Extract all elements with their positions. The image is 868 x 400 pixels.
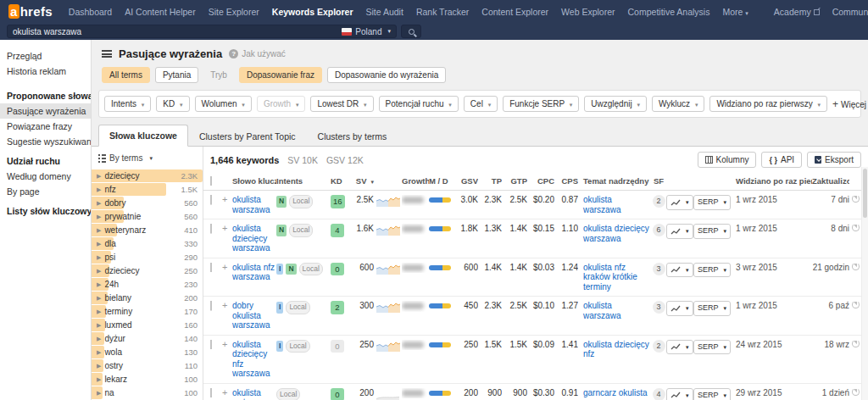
refresh-icon[interactable] [852,195,860,203]
serp-button[interactable]: SERP ▾ [693,301,731,316]
serp-button[interactable]: SERP ▾ [693,388,731,400]
row-checkbox[interactable] [210,263,212,273]
refresh-icon[interactable] [852,388,860,396]
filter-uwzględnij[interactable]: Uwzględnij ▾ [584,96,647,112]
sidebar-item-powiązane-frazy[interactable]: Powiązane frazy [0,119,91,134]
nav-item-site-audit[interactable]: Site Audit [366,7,403,17]
row-checkbox[interactable] [210,388,212,398]
export-button[interactable]: Eksport [807,152,861,168]
term-row-bielany[interactable]: ▶bielany200 [92,292,203,304]
term-row-dyżur[interactable]: ▶dyżur140 [92,332,203,345]
filter-lowest-dr[interactable]: Lowest DR ▾ [310,96,373,112]
mode-tab-dopasowanie-do-wyrażenia[interactable]: Dopasowanie do wyrażenia [327,67,446,83]
sidebar-item-sugestie-wyszukiwania[interactable]: Sugestie wyszukiwania [0,134,91,149]
search-input[interactable] [13,27,342,36]
add-to-list-button[interactable]: + [222,263,232,273]
expand-caret-icon[interactable]: ▶ [97,186,101,193]
serp-button[interactable]: SERP ▾ [693,340,731,355]
expand-caret-icon[interactable]: ▶ [97,336,101,342]
filter-cel[interactable]: Cel ▾ [464,96,498,112]
expand-caret-icon[interactable]: ▶ [97,349,101,356]
expand-caret-icon[interactable]: ▶ [97,295,101,302]
columns-button[interactable]: Kolumny [698,152,757,168]
term-row-dla[interactable]: ▶dla330 [92,237,203,250]
term-row-lekarz[interactable]: ▶lekarz100 [92,373,203,386]
mode-tab-dopasowanie-fraz[interactable]: Dopasowanie fraz [239,67,322,83]
term-row-psi[interactable]: ▶psi290 [92,251,203,264]
term-row-dziecięcy[interactable]: ▶dziecięcy2.3K [92,169,203,182]
expand-caret-icon[interactable]: ▶ [97,200,101,207]
position-history-button[interactable]: ▾ [666,263,693,278]
parent-topic-link[interactable]: okulista warszawa [583,301,620,320]
keyword-link[interactable]: okulista weterynarz warszawa [232,388,274,400]
filter-intents[interactable]: Intents ▾ [104,96,151,112]
term-row-ostry[interactable]: ▶ostry110 [92,359,203,372]
add-to-list-button[interactable]: + [222,388,232,398]
term-row-24h[interactable]: ▶24h230 [92,278,203,291]
how-to-use-link[interactable]: ? Jak używać [229,49,286,58]
term-row-dzieciecy[interactable]: ▶dzieciecy250 [92,264,203,277]
refresh-icon[interactable] [852,301,860,308]
add-to-list-button[interactable]: + [222,224,232,234]
nav-item-site-explorer[interactable]: Site Explorer [209,7,259,17]
keyword-link[interactable]: dobry okulista warszawa [232,301,270,330]
term-row-dobry[interactable]: ▶dobry560 [92,197,203,209]
vertical-scrollbar[interactable] [861,167,868,400]
more-filters-button[interactable]: +Więcej filtrów [832,98,868,110]
filter-kd[interactable]: KD ▾ [156,96,189,112]
expand-caret-icon[interactable]: ▶ [97,227,101,234]
expand-caret-icon[interactable]: ▶ [97,241,101,247]
refresh-icon[interactable] [852,340,860,347]
expand-caret-icon[interactable]: ▶ [97,363,101,369]
term-row-wola[interactable]: ▶wola130 [92,346,203,358]
refresh-icon[interactable] [852,224,860,231]
parent-topic-link[interactable]: okulista nfz kraków krótkie terminy [583,263,637,292]
search-button[interactable] [401,25,421,38]
position-history-button[interactable]: ▾ [666,224,693,239]
term-row-na[interactable]: ▶na100 [92,386,203,399]
expand-caret-icon[interactable]: ▶ [97,268,101,275]
expand-caret-icon[interactable]: ▶ [97,173,101,180]
nav-item-web-explorer[interactable]: Web Explorer [561,7,615,17]
mode-tab-all-terms[interactable]: All terms [102,67,150,83]
sidebar-item-przegląd[interactable]: Przegląd [0,48,91,64]
sidebar-item-według-domeny[interactable]: Według domeny [0,169,91,184]
nav-item-ai-content-helper[interactable]: AI Content Helper [125,7,195,17]
serp-button[interactable]: SERP ▾ [693,263,731,278]
nav-item-more[interactable]: More▾ [722,7,748,17]
nav-item-community[interactable]: Community [832,7,868,17]
term-row-terminy[interactable]: ▶terminy170 [92,305,203,318]
keyword-link[interactable]: okulista warszawa [232,195,270,214]
sort-caret-icon[interactable]: ▾ [370,179,374,185]
position-history-button[interactable]: ▾ [666,301,693,316]
serp-button[interactable]: SERP ▾ [693,224,731,239]
expand-caret-icon[interactable]: ▶ [97,308,101,315]
parent-topic-link[interactable]: okulista dziecięcy nfz [583,340,649,359]
api-button[interactable]: { }API [761,152,802,168]
expand-caret-icon[interactable]: ▶ [97,214,101,220]
expand-caret-icon[interactable]: ▶ [97,390,101,397]
position-history-button[interactable]: ▾ [666,195,693,210]
nav-item-competitive-analysis[interactable]: Competitive Analysis [628,7,710,17]
tab-clusters-by-parent-topic[interactable]: Clusters by Parent Topic [188,125,307,147]
refresh-icon[interactable] [852,263,860,270]
sidebar-item-pasujące-wyrażenia[interactable]: Pasujące wyrażenia [0,103,91,119]
term-row-nfz[interactable]: ▶nfz1.5K [92,183,203,196]
serp-button[interactable]: SERP ▾ [693,195,731,210]
ahrefs-logo[interactable]: ahrefs [8,4,53,19]
country-selector[interactable]: Poland ▾ [342,27,391,36]
mode-tab-pytania[interactable]: Pytania [155,67,198,83]
position-history-button[interactable]: ▾ [666,388,693,400]
add-to-list-button[interactable]: + [222,195,232,205]
term-row-weterynarz[interactable]: ▶weterynarz410 [92,224,203,236]
row-checkbox[interactable] [210,340,212,350]
position-history-button[interactable]: ▾ [666,340,693,355]
keyword-link[interactable]: okulista dziecięcy warszawa [232,224,270,253]
expand-caret-icon[interactable]: ▶ [97,376,101,383]
sidebar-item-historia-reklam[interactable]: Historia reklam [0,64,91,79]
filter-funkcje-serp[interactable]: Funkcje SERP ▾ [503,96,579,112]
row-checkbox[interactable] [210,301,212,311]
nav-item-rank-tracker[interactable]: Rank Tracker [416,7,469,17]
keyword-link[interactable]: okulista nfz warszawa [232,263,275,282]
hamburger-menu-icon[interactable] [102,50,112,58]
